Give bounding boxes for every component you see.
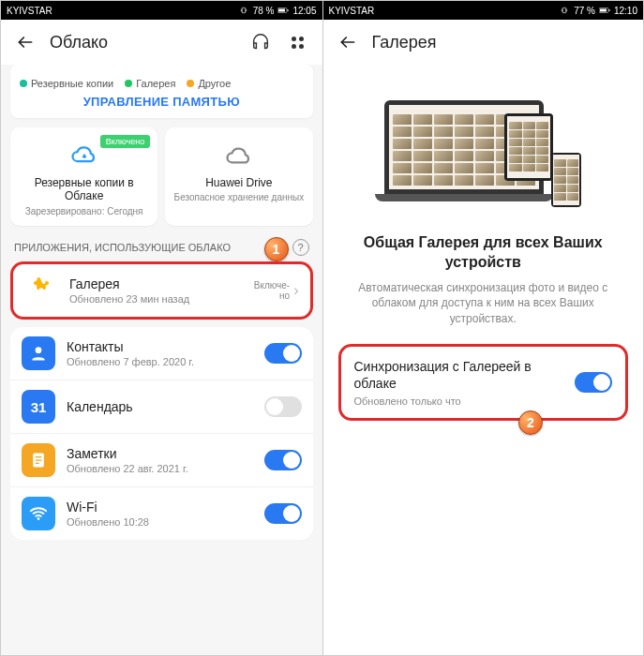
carrier-label: KYIVSTAR — [329, 6, 375, 16]
sync-toggle[interactable] — [575, 372, 612, 393]
contacts-toggle[interactable] — [264, 343, 302, 364]
gallery-icon — [24, 274, 58, 307]
svg-rect-4 — [278, 9, 285, 12]
page-title: Облако — [50, 33, 236, 52]
phone-illustration — [551, 153, 581, 207]
sync-sub: Обновлено только что — [354, 395, 576, 407]
contacts-icon — [22, 336, 55, 370]
arrow-left-icon — [338, 33, 357, 52]
wifi-toggle[interactable] — [264, 503, 302, 524]
apps-section-header: ПРИЛОЖЕНИЯ, ИСПОЛЬЗУЮЩИЕ ОБЛАКО 1 ? — [10, 239, 313, 261]
app-row-contacts[interactable]: Контакты Обновлено 7 февр. 2020 г. — [10, 327, 313, 380]
drive-sub: Безопасное хранение данных — [174, 192, 305, 202]
navbar: Облако — [1, 20, 322, 65]
app-status: Включе- но — [254, 280, 290, 301]
wifi-icon — [22, 497, 55, 530]
app-row-notes[interactable]: Заметки Обновлено 22 авг. 2021 г. — [10, 434, 313, 487]
calendar-toggle[interactable] — [264, 396, 302, 417]
app-name: Календарь — [67, 399, 264, 414]
vibrate-icon — [559, 7, 570, 14]
phone-left: KYIVSTAR 78 % 12:05 Облако Резервные коп… — [1, 1, 322, 655]
arrow-left-icon — [16, 33, 35, 52]
svg-rect-17 — [600, 9, 607, 12]
statusbar: KYIVSTAR 78 % 12:05 — [1, 1, 322, 20]
hero-description: Автоматическая синхронизация фото и виде… — [338, 280, 629, 327]
drive-title: Huawei Drive — [205, 176, 272, 189]
manage-storage-link[interactable]: УПРАВЛЕНИЕ ПАМЯТЬЮ — [10, 95, 313, 109]
clock-label: 12:10 — [614, 6, 637, 16]
back-button[interactable] — [335, 29, 361, 55]
app-name: Галерея — [69, 276, 254, 291]
svg-point-7 — [36, 347, 42, 353]
step-badge-1: 1 — [264, 237, 289, 261]
memory-card: Резервные копии Галерея Другое УПРАВЛЕНИ… — [10, 65, 313, 118]
hero-image — [338, 74, 629, 224]
legend-other: Другое — [198, 78, 231, 89]
section-label: ПРИЛОЖЕНИЯ, ИСПОЛЬЗУЮЩИЕ ОБЛАКО — [14, 242, 231, 253]
vibrate-icon — [238, 7, 249, 14]
svg-rect-0 — [242, 7, 245, 12]
app-row-gallery[interactable]: Галерея Обновлено 23 мин назад Включе- н… — [10, 261, 313, 320]
legend-backups: Резервные копии — [31, 78, 113, 89]
app-sub: Обновлено 23 мин назад — [69, 293, 254, 305]
chevron-right-icon: › — [293, 282, 298, 299]
svg-point-12 — [37, 517, 40, 520]
app-sub: Обновлено 7 февр. 2020 г. — [67, 356, 264, 367]
sync-title: Синхронизация с Галереей в облаке — [354, 358, 576, 392]
battery-label: 78 % — [253, 6, 275, 16]
content-area: Резервные копии Галерея Другое УПРАВЛЕНИ… — [1, 65, 322, 655]
help-button[interactable]: ? — [292, 239, 309, 256]
storage-legend: Резервные копии Галерея Другое — [10, 72, 313, 95]
menu-button[interactable] — [285, 29, 311, 55]
more-icon — [292, 37, 304, 49]
tablet-illustration — [504, 113, 553, 181]
notes-toggle[interactable] — [264, 450, 302, 470]
notes-icon — [22, 443, 55, 477]
svg-point-6 — [38, 288, 43, 292]
backup-card[interactable]: Включено Резервные копии в Облаке Зарезе… — [10, 127, 157, 226]
app-sub: Обновлено 10:28 — [67, 516, 264, 528]
carrier-label: KYIVSTAR — [7, 6, 52, 16]
svg-rect-13 — [563, 7, 566, 12]
backup-title: Резервные копии в Облаке — [18, 176, 150, 203]
step-badge-2: 2 — [518, 410, 543, 435]
svg-rect-18 — [608, 9, 609, 11]
app-name: Wi-Fi — [67, 499, 264, 514]
cloud-icon — [225, 142, 253, 171]
app-row-wifi[interactable]: Wi-Fi Обновлено 10:28 — [10, 487, 313, 540]
statusbar: KYIVSTAR 77 % 12:10 — [323, 1, 644, 20]
hero-title: Общая Галерея для всех Ваших устройств — [338, 233, 629, 273]
sync-card[interactable]: Синхронизация с Галереей в облаке Обновл… — [338, 344, 629, 421]
backup-sub: Зарезервировано: Сегодня — [25, 206, 143, 216]
support-button[interactable] — [247, 29, 274, 55]
calendar-icon: 31 — [22, 390, 55, 424]
battery-icon — [599, 7, 610, 14]
enabled-badge: Включено — [100, 135, 151, 148]
apps-list: Контакты Обновлено 7 февр. 2020 г. 31 Ка… — [10, 327, 313, 540]
app-row-calendar[interactable]: 31 Календарь — [10, 380, 313, 434]
content-area: Общая Галерея для всех Ваших устройств А… — [323, 65, 644, 655]
phone-right: KYIVSTAR 77 % 12:10 Галерея Общая Гал — [322, 1, 644, 655]
cloud-sync-icon — [70, 142, 98, 171]
back-button[interactable] — [12, 29, 38, 55]
battery-icon — [277, 7, 289, 14]
legend-gallery: Галерея — [136, 78, 175, 89]
app-name: Контакты — [67, 339, 264, 354]
app-name: Заметки — [67, 446, 264, 461]
app-sub: Обновлено 22 авг. 2021 г. — [67, 463, 264, 474]
drive-card[interactable]: Huawei Drive Безопасное хранение данных — [165, 127, 312, 226]
battery-label: 77 % — [574, 6, 595, 16]
headset-icon — [250, 32, 271, 52]
svg-rect-5 — [288, 9, 289, 11]
clock-label: 12:05 — [292, 6, 316, 16]
navbar: Галерея — [323, 20, 644, 65]
page-title: Галерея — [372, 33, 633, 52]
